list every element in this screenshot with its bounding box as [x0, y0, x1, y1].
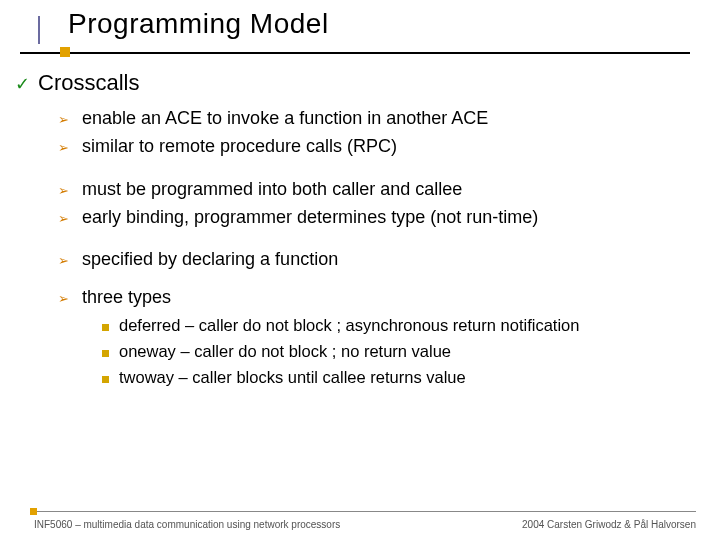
footer-accent-square [30, 508, 37, 515]
bullet-group: ➢ specified by declaring a function [14, 247, 696, 271]
square-icon [102, 376, 109, 383]
bullet-text: specified by declaring a function [82, 247, 338, 271]
footer-left: INF5060 – multimedia data communication … [34, 519, 340, 530]
sub-bullet-item: oneway – caller do not block ; no return… [14, 340, 696, 362]
bullet-text: similar to remote procedure calls (RPC) [82, 134, 397, 158]
heading-text: Crosscalls [38, 70, 139, 96]
bullet-text: enable an ACE to invoke a function in an… [82, 106, 488, 130]
bullet-group: ➢ must be programmed into both caller an… [14, 177, 696, 230]
bullet-item: ➢ must be programmed into both caller an… [14, 177, 696, 201]
heading-row: ✓ Crosscalls [14, 70, 696, 96]
sub-bullet-text: twoway – caller blocks until callee retu… [119, 366, 466, 388]
sub-bullet-item: twoway – caller blocks until callee retu… [14, 366, 696, 388]
bullet-group: ➢ three types deferred – caller do not b… [14, 285, 696, 388]
arrow-icon: ➢ [58, 111, 72, 129]
bullet-group: ➢ enable an ACE to invoke a function in … [14, 106, 696, 159]
bullet-text: early binding, programmer determines typ… [82, 205, 538, 229]
arrow-icon: ➢ [58, 139, 72, 157]
footer: INF5060 – multimedia data communication … [0, 519, 720, 530]
footer-right: 2004 Carsten Griwodz & Pål Halvorsen [522, 519, 696, 530]
title-area: Programming Model [0, 0, 720, 52]
slide-title: Programming Model [68, 8, 720, 40]
sub-bullet-text: oneway – caller do not block ; no return… [119, 340, 451, 362]
arrow-icon: ➢ [58, 290, 72, 308]
arrow-icon: ➢ [58, 182, 72, 200]
bullet-item: ➢ early binding, programmer determines t… [14, 205, 696, 229]
square-icon [102, 324, 109, 331]
sub-bullet-item: deferred – caller do not block ; asynchr… [14, 314, 696, 336]
title-accent-square [60, 47, 70, 57]
sub-bullet-text: deferred – caller do not block ; asynchr… [119, 314, 579, 336]
square-icon [102, 350, 109, 357]
arrow-icon: ➢ [58, 210, 72, 228]
arrow-icon: ➢ [58, 252, 72, 270]
title-left-accent [38, 16, 40, 44]
check-icon: ✓ [14, 75, 30, 93]
footer-rule [30, 511, 696, 512]
bullet-item: ➢ three types [14, 285, 696, 309]
bullet-item: ➢ similar to remote procedure calls (RPC… [14, 134, 696, 158]
bullet-item: ➢ enable an ACE to invoke a function in … [14, 106, 696, 130]
content-area: ✓ Crosscalls ➢ enable an ACE to invoke a… [0, 52, 720, 389]
bullet-text: three types [82, 285, 171, 309]
bullet-text: must be programmed into both caller and … [82, 177, 462, 201]
bullet-item: ➢ specified by declaring a function [14, 247, 696, 271]
title-underline [20, 52, 690, 54]
